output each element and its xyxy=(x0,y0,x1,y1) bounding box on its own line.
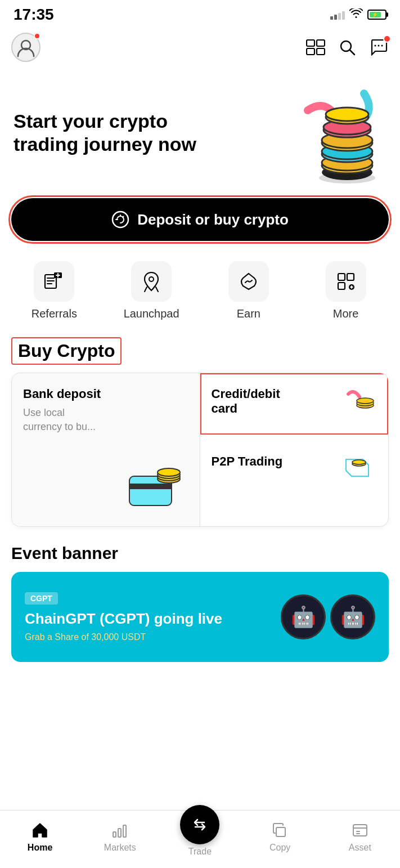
svg-rect-2 xyxy=(317,40,325,46)
referrals-icon-bg xyxy=(34,261,74,302)
svg-line-6 xyxy=(350,50,354,55)
hero-title: Start your crypto trading journey now xyxy=(14,110,205,156)
quick-action-more[interactable]: More xyxy=(312,261,380,320)
markets-icon xyxy=(110,820,130,840)
home-nav-label: Home xyxy=(28,843,52,853)
svg-rect-27 xyxy=(347,274,354,280)
more-icon-bg xyxy=(326,261,366,302)
hero-section: Start your crypto trading journey now xyxy=(0,71,400,189)
earn-icon-bg xyxy=(228,261,269,302)
event-name: ChainGPT (CGPT) going live xyxy=(25,610,281,628)
buy-crypto-section: Bank deposit Use localcurrency to bu... xyxy=(11,373,389,527)
chat-icon[interactable] xyxy=(368,37,389,57)
copy-icon xyxy=(270,820,290,840)
header-icons xyxy=(305,37,389,57)
svg-rect-42 xyxy=(118,829,121,837)
battery-icon: ⚡ xyxy=(367,10,386,20)
markets-nav-label: Markets xyxy=(104,843,136,853)
credit-card-illustration xyxy=(337,388,376,419)
earn-label: Earn xyxy=(237,307,260,320)
svg-rect-31 xyxy=(129,484,172,489)
asset-icon xyxy=(350,820,370,840)
avatar-notification-dot xyxy=(34,33,41,39)
launchpad-icon xyxy=(140,270,163,293)
svg-point-38 xyxy=(357,398,374,404)
svg-rect-26 xyxy=(338,274,345,280)
svg-point-40 xyxy=(352,460,366,464)
nav-home[interactable]: Home xyxy=(12,820,68,853)
more-label: More xyxy=(333,307,359,320)
buy-crypto-header: Buy Crypto xyxy=(0,326,400,373)
earn-icon xyxy=(237,270,260,293)
svg-rect-44 xyxy=(276,827,285,836)
p2p-illustration xyxy=(338,448,377,479)
more-icon xyxy=(335,270,357,293)
referrals-label: Referrals xyxy=(32,307,77,320)
hero-text: Start your crypto trading journey now xyxy=(14,110,274,156)
deposit-button[interactable]: Deposit or buy crypto xyxy=(11,198,389,241)
event-section-title: Event banner xyxy=(11,544,389,563)
svg-rect-45 xyxy=(353,825,367,836)
svg-point-9 xyxy=(381,45,383,47)
signal-icon xyxy=(330,10,345,20)
nav-trade[interactable]: Trade xyxy=(172,816,228,857)
buy-crypto-grid: Bank deposit Use localcurrency to bu... xyxy=(11,373,389,527)
asset-nav-label: Asset xyxy=(349,843,371,853)
deposit-button-label: Deposit or buy crypto xyxy=(137,211,289,229)
home-icon xyxy=(30,820,50,840)
svg-point-20 xyxy=(326,108,368,121)
event-section: Event banner CGPT ChainGPT (CGPT) going … xyxy=(0,527,400,668)
svg-rect-41 xyxy=(113,832,116,837)
bank-deposit-desc: Use localcurrency to bu... xyxy=(23,406,188,434)
layout-icon[interactable] xyxy=(305,37,326,57)
robot-avatar-1: 🤖 xyxy=(281,594,326,639)
svg-rect-28 xyxy=(338,283,345,289)
svg-point-22 xyxy=(113,212,128,227)
credit-card-card[interactable]: Credit/debitcard xyxy=(200,373,389,435)
svg-rect-1 xyxy=(307,40,314,46)
svg-point-35 xyxy=(158,468,180,476)
quick-actions: Referrals Launchpad Earn xyxy=(0,250,400,326)
event-subtitle: Grab a Share of 30,000 USDT xyxy=(25,632,281,642)
quick-action-earn[interactable]: Earn xyxy=(215,261,282,320)
chat-notification-badge xyxy=(383,35,391,43)
referrals-icon xyxy=(43,270,65,293)
quick-action-launchpad[interactable]: Launchpad xyxy=(118,261,185,320)
status-time: 17:35 xyxy=(14,6,54,24)
event-banner[interactable]: CGPT ChainGPT (CGPT) going live Grab a S… xyxy=(11,572,389,662)
status-bar: 17:35 ⚡ xyxy=(0,0,400,27)
search-icon[interactable] xyxy=(337,37,357,57)
nav-markets[interactable]: Markets xyxy=(92,820,148,853)
robot-avatar-2: 🤖 xyxy=(330,594,375,639)
nav-asset[interactable]: Asset xyxy=(332,820,388,853)
deposit-icon xyxy=(111,211,129,229)
copy-nav-label: Copy xyxy=(269,843,290,853)
svg-point-21 xyxy=(319,172,375,184)
buy-crypto-title: Buy Crypto xyxy=(11,337,122,365)
status-icons: ⚡ xyxy=(330,8,386,21)
svg-rect-43 xyxy=(123,825,126,837)
svg-point-8 xyxy=(378,45,380,47)
trade-icon xyxy=(190,815,210,835)
right-cards-column: Credit/debitcard P2P Trading xyxy=(200,373,389,493)
avatar-wrapper[interactable] xyxy=(11,33,41,62)
bank-deposit-title: Bank deposit xyxy=(23,387,188,401)
trade-button[interactable] xyxy=(180,805,219,844)
deposit-button-wrapper: Deposit or buy crypto xyxy=(0,189,400,250)
svg-point-25 xyxy=(149,277,154,281)
quick-action-referrals[interactable]: Referrals xyxy=(20,261,88,320)
launchpad-label: Launchpad xyxy=(124,307,179,320)
event-tag: CGPT xyxy=(25,592,58,605)
bottom-nav: Home Markets Trade xyxy=(0,810,400,868)
bank-deposit-card[interactable]: Bank deposit Use localcurrency to bu... xyxy=(12,373,200,526)
bank-deposit-illustration xyxy=(23,462,188,513)
p2p-title: P2P Trading xyxy=(212,454,283,469)
hero-coins-svg xyxy=(274,82,386,189)
p2p-trading-card[interactable]: P2P Trading xyxy=(200,435,389,493)
svg-rect-3 xyxy=(307,48,314,55)
svg-point-7 xyxy=(375,45,376,47)
launchpad-icon-bg xyxy=(131,261,172,302)
nav-copy[interactable]: Copy xyxy=(252,820,308,853)
header xyxy=(0,27,400,71)
wifi-icon xyxy=(349,8,363,21)
